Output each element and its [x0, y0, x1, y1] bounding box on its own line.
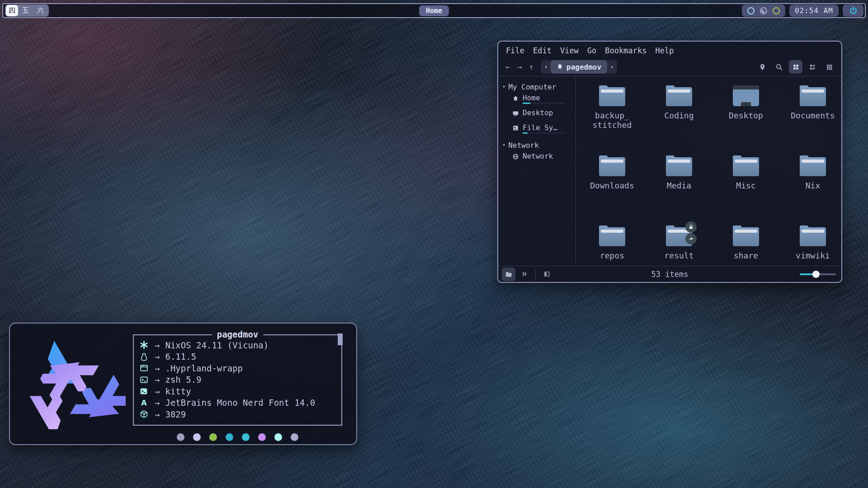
sidebar-group-label: My Computer: [508, 83, 556, 91]
sidebar-item-filesy[interactable]: File Sy…: [503, 123, 576, 138]
workspace-2[interactable]: 五: [18, 5, 33, 16]
file-item-share[interactable]: share: [712, 224, 779, 266]
file-item-backup__stitched[interactable]: backup_ stitched: [579, 84, 646, 154]
clock-pill[interactable]: 02:54 AM: [789, 5, 839, 17]
clock: 02:54 AM: [795, 6, 833, 15]
globe-icon: [512, 153, 519, 162]
menu-view[interactable]: View: [560, 46, 579, 55]
palette-dot-5: [258, 433, 266, 441]
back-button[interactable]: ←: [502, 61, 514, 73]
file-item-repos[interactable]: repos: [579, 224, 646, 266]
folder-icon: [800, 225, 826, 246]
folder-icon: [800, 155, 826, 176]
arrow-glyph: →: [155, 352, 160, 361]
menu-help[interactable]: Help: [655, 46, 674, 55]
linux-icon: [138, 352, 149, 361]
folder-icon: [733, 225, 759, 246]
sidebar-item-label: Network: [523, 152, 553, 160]
collapse-triangle-icon[interactable]: ▼: [503, 143, 505, 147]
menu-bookmarks[interactable]: Bookmarks: [605, 46, 646, 55]
palette-dot-7: [291, 433, 298, 441]
folder-icon: [599, 85, 625, 106]
menu-file[interactable]: File: [506, 46, 524, 55]
item-count: 53 items: [651, 270, 689, 279]
nix-icon: [138, 341, 149, 349]
sidebar-item-network[interactable]: Network: [503, 152, 576, 167]
path-segment-label: pagedmov: [566, 63, 601, 71]
path-segment-home[interactable]: pagedmov: [551, 60, 607, 74]
symlink-emblem-icon: [685, 233, 697, 244]
path-bar: pagedmov: [541, 60, 617, 74]
collapse-triangle-icon[interactable]: ▼: [503, 84, 505, 89]
palette-dot-1: [193, 433, 201, 441]
icon-view-button[interactable]: [789, 60, 802, 74]
path-scroll-left-icon[interactable]: [541, 65, 551, 70]
fetch-value: 3829: [165, 409, 186, 419]
sidebar-group-network[interactable]: ▼Network: [503, 138, 576, 152]
file-item-label: share: [734, 251, 758, 260]
palette-dot-3: [226, 433, 233, 441]
file-item-label: Desktop: [729, 111, 763, 120]
file-item-label: Nix: [806, 181, 821, 190]
zoom-slider-knob[interactable]: [812, 271, 820, 278]
compact-view-button[interactable]: [806, 60, 819, 74]
file-item-Coding[interactable]: Coding: [646, 84, 712, 154]
folder-icon: [733, 155, 759, 176]
detailed-view-button[interactable]: [822, 60, 836, 74]
nixos-logo: [23, 339, 126, 429]
arrow-glyph: →: [155, 409, 160, 419]
fetch-value: 6.11.5: [165, 352, 196, 361]
sidebar-group-my-computer[interactable]: ▼My Computer: [503, 80, 576, 94]
path-scroll-right-icon[interactable]: [607, 65, 617, 70]
zoom-slider[interactable]: [800, 271, 836, 278]
fetch-line-terminal: →kitty: [138, 385, 336, 397]
arrow-glyph: →: [155, 340, 160, 350]
power-icon: [849, 6, 858, 15]
forward-button[interactable]: →: [514, 61, 525, 73]
file-item-Nix[interactable]: Nix: [779, 154, 841, 224]
file-item-vimwiki[interactable]: vimwiki: [779, 224, 841, 266]
sidebar-item-home[interactable]: Home: [503, 94, 576, 108]
terminal-window[interactable]: pagedmov →NixOS 24.11 (Vicuna)→6.11.5→.H…: [9, 323, 357, 445]
sidebar-group-label: Network: [508, 141, 538, 150]
fetch-value: kitty: [165, 386, 191, 396]
fetch-value: .Hyprland-wrapp: [165, 363, 243, 373]
workspace-1[interactable]: 四: [6, 5, 18, 16]
folder-icon: [599, 225, 625, 246]
sidebar-item-desktop[interactable]: Desktop: [503, 108, 576, 123]
menu-edit[interactable]: Edit: [533, 46, 552, 55]
sidebar-item-label: File Sy…: [523, 123, 565, 132]
file-item-Misc[interactable]: Misc: [712, 154, 779, 224]
fetch-line-shell: →zsh 5.9: [138, 374, 336, 386]
arrow-glyph: →: [155, 386, 160, 396]
toggle-sidebar-button[interactable]: [540, 267, 553, 281]
search-icon[interactable]: [772, 60, 786, 74]
places-sidebar: ▼My ComputerHomeDesktopFile Sy…▼NetworkN…: [498, 76, 576, 266]
power-button[interactable]: [843, 5, 863, 17]
up-button[interactable]: ↑: [525, 61, 537, 73]
file-view: backup_ stitchedCodingDesktopDocumentsDo…: [576, 76, 841, 266]
location-pin-icon[interactable]: [755, 60, 769, 74]
arrow-glyph: →: [155, 375, 160, 385]
workspace-3[interactable]: 六: [33, 5, 48, 16]
disk-usage-bar: [523, 103, 565, 104]
file-item-result[interactable]: result: [646, 224, 712, 266]
places-pane-button[interactable]: [502, 267, 515, 281]
file-item-Desktop[interactable]: Desktop: [712, 84, 779, 154]
file-item-label: Downloads: [590, 181, 634, 190]
status-rings-pill[interactable]: [742, 5, 785, 17]
tree-pane-button[interactable]: [518, 267, 531, 281]
folder-icon: [800, 85, 826, 106]
file-item-Media[interactable]: Media: [646, 154, 712, 224]
file-item-Downloads[interactable]: Downloads: [579, 154, 646, 224]
folder-icon: [666, 85, 692, 106]
file-item-Documents[interactable]: Documents: [779, 84, 841, 154]
hostname: pagedmov: [212, 329, 264, 339]
menu-go[interactable]: Go: [587, 46, 596, 55]
fetch-line-wm: →.Hyprland-wrapp: [138, 362, 336, 374]
status-ring-cyan: [747, 7, 755, 14]
active-window-title: Home: [419, 5, 449, 16]
drive-icon: [512, 125, 519, 133]
toolbar-right-icons: [755, 60, 836, 74]
fetch-line-package: →3829: [138, 408, 336, 420]
